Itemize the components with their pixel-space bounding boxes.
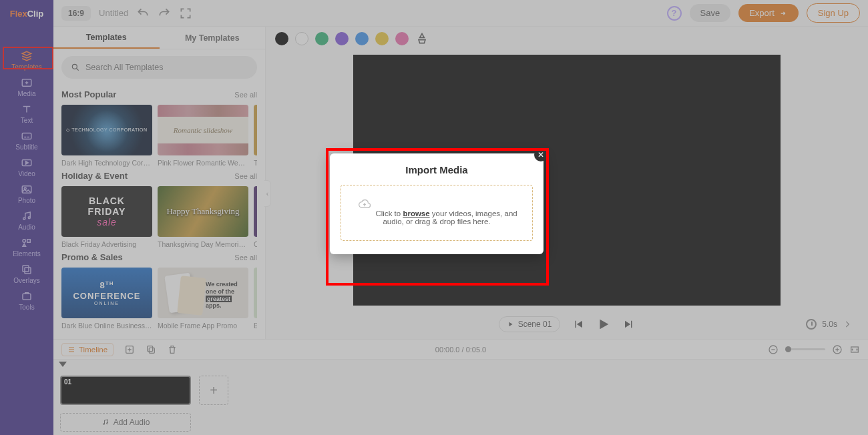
upload-cloud-icon <box>356 197 373 211</box>
modal-title: Import Media <box>341 164 533 175</box>
drop-text: Click to <box>375 209 403 218</box>
import-media-modal: ✕ Import Media Click to browse your vide… <box>330 153 544 254</box>
browse-link[interactable]: browse <box>403 209 429 218</box>
dropzone[interactable]: Click to browse your videos, images, and… <box>341 185 533 241</box>
close-icon[interactable]: ✕ <box>534 148 548 161</box>
